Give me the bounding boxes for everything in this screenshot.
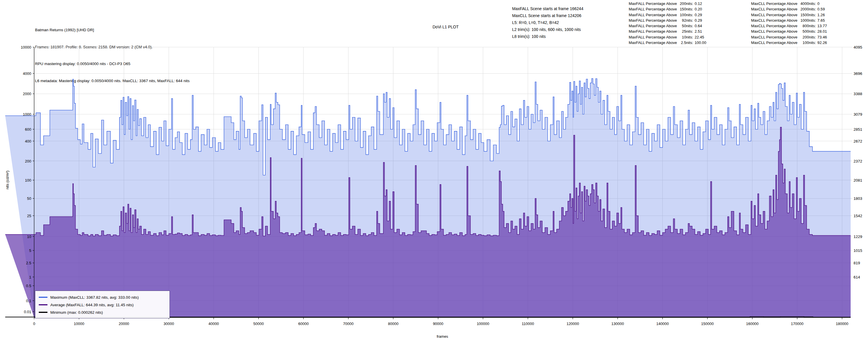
legend-line-swatch	[39, 304, 48, 305]
legend-line-swatch	[39, 297, 48, 298]
y-tick-label-pq-code: 1542	[854, 213, 862, 218]
x-tick-label: 140000	[650, 321, 676, 326]
x-tick-label: 80000	[380, 321, 406, 326]
y-tick-label-pq-code: 1803	[854, 196, 862, 201]
x-tick-label: 100000	[470, 321, 496, 326]
x-tick-label: 20000	[111, 321, 137, 326]
y-tick-label-nits: 400	[10, 139, 31, 143]
x-tick-label: 120000	[560, 321, 586, 326]
y-tick-label-nits: 0.5	[10, 284, 31, 288]
y-tick-label-pq-code: 2372	[854, 159, 862, 163]
y-tick-label-pq-code: 1229	[854, 234, 862, 239]
legend-entry: Minimum (max: 0.000262 nits)	[39, 309, 166, 316]
y-tick-label-nits: 1	[10, 275, 31, 279]
y-tick-label-nits: 600	[10, 127, 31, 131]
legend-entry: Maximum (MaxCLL: 3367.82 nits, avg: 333.…	[39, 293, 166, 301]
y-tick-label-nits: 100	[10, 178, 31, 182]
x-tick-label: 0	[21, 321, 47, 326]
y-tick-label-nits: 10000	[10, 45, 31, 50]
y-tick-label-pq-code: 3696	[854, 71, 862, 76]
y-tick-label-nits: 5	[10, 248, 31, 253]
x-tick-label: 180000	[829, 321, 855, 326]
y-tick-label-nits: 2000	[10, 92, 31, 96]
y-tick-label-pq-code: 819	[854, 261, 860, 265]
y-tick-label-pq-code: 2851	[854, 127, 862, 131]
y-tick-label-pq-code: 2672	[854, 139, 862, 143]
y-tick-label-nits: 4000	[10, 71, 31, 76]
y-tick-label-pq-code: 3388	[854, 92, 862, 96]
y-tick-label-nits: 1000	[10, 112, 31, 117]
y-tick-label-pq-code: 1015	[854, 248, 862, 253]
x-tick-label: 40000	[201, 321, 227, 326]
x-tick-label: 150000	[694, 321, 720, 326]
y-tick-label-nits: 50	[10, 196, 31, 201]
y-tick-label-nits: 2.5	[10, 261, 31, 265]
x-tick-label: 90000	[425, 321, 451, 326]
y-tick-label-nits: 200	[10, 159, 31, 163]
x-tick-label: 160000	[739, 321, 765, 326]
y-tick-label-pq-code: 4095	[854, 45, 862, 50]
x-tick-label: 60000	[290, 321, 316, 326]
y-tick-label-pq-code: 2081	[854, 178, 862, 182]
y-tick-label-nits: 25	[10, 213, 31, 218]
y-tick-label-nits: 0.1	[10, 298, 31, 303]
y-axis-label: nits (cd/m²)	[5, 170, 9, 189]
x-tick-label: 130000	[605, 321, 631, 326]
x-tick-label: 110000	[515, 321, 541, 326]
legend-line-swatch	[39, 312, 48, 313]
x-tick-label: 10000	[66, 321, 92, 326]
x-tick-label: 30000	[156, 321, 182, 326]
x-tick-label: 50000	[246, 321, 272, 326]
x-tick-label: 170000	[784, 321, 810, 326]
x-tick-label: 70000	[335, 321, 361, 326]
y-tick-label-nits: 10	[10, 234, 31, 239]
legend-box: Maximum (MaxCLL: 3367.82 nits, avg: 333.…	[35, 291, 170, 318]
legend-entry: Average (MaxFALL: 644.39 nits, avg: 11.4…	[39, 301, 166, 309]
y-tick-label-pq-code: 3079	[854, 112, 862, 117]
y-tick-label-pq-code: 614	[854, 275, 860, 279]
y-tick-label-nits: 0.01	[10, 309, 31, 314]
x-axis-label: frames	[431, 334, 454, 339]
